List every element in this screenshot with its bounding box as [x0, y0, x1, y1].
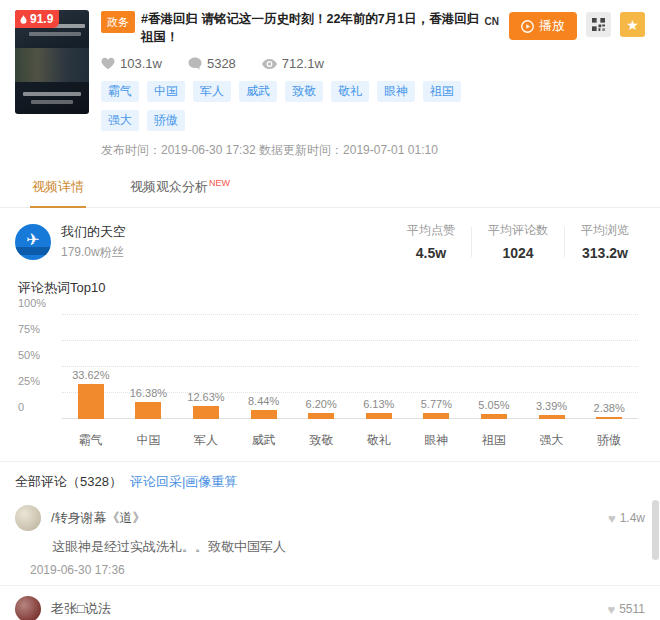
like-heart-icon: ♥	[607, 602, 615, 617]
video-analytics-page: 91.9 政务 #香港回归 请铭记这一历史时刻！22年前的7月1日，香港回归祖国…	[0, 0, 660, 620]
tab-label: 视频详情	[32, 179, 84, 194]
keyword-tag[interactable]: 强大	[101, 110, 139, 131]
thumbnail-caption-line	[23, 92, 81, 96]
comment-head: 老张□说法♥5511	[15, 596, 645, 620]
bar-group: 16.38%	[120, 387, 178, 419]
commenter-avatar[interactable]	[15, 505, 41, 531]
bar-group: 5.77%	[408, 398, 466, 419]
bar-value-label: 5.05%	[478, 399, 509, 411]
bar[interactable]	[193, 406, 219, 419]
x-axis-labels: 霸气中国军人威武致敬敬礼眼神祖国强大骄傲	[62, 432, 638, 449]
tab-video-detail[interactable]: 视频详情	[30, 169, 86, 208]
comments-section: 全部评论（5328） 评论回采|画像重算 /转身谢幕《道》♥1.4w这眼神是经过…	[0, 461, 660, 620]
keyword-tag[interactable]: 敬礼	[331, 81, 369, 102]
play-button[interactable]: 播放	[509, 12, 577, 40]
x-axis-label: 中国	[120, 432, 178, 449]
account-section: ✈ 我们的天空 179.0w粉丝 平均点赞4.5w平均评论数1024平均浏览31…	[0, 208, 660, 273]
thumbnail-image-band	[15, 48, 89, 82]
scrollbar-thumb[interactable]	[652, 500, 659, 560]
metric-label: 平均浏览	[581, 222, 629, 239]
x-axis-label: 致敬	[292, 432, 350, 449]
star-icon: ★	[626, 17, 639, 33]
bar[interactable]	[251, 410, 277, 419]
comment-head: /转身谢幕《道》♥1.4w	[15, 505, 645, 531]
favorite-button[interactable]: ★	[620, 12, 645, 37]
views-eye-icon	[262, 58, 277, 70]
bar-value-label: 8.44%	[248, 395, 279, 407]
bar-value-label: 2.38%	[594, 402, 625, 414]
comment-likes: ♥1.4w	[608, 511, 645, 526]
bar-group: 3.39%	[523, 400, 581, 419]
comment-likes: ♥5511	[607, 602, 645, 617]
metric-2: 平均浏览313.2w	[565, 222, 645, 261]
plane-icon: ✈	[26, 230, 39, 249]
comments-recollect-link[interactable]: 评论回采|画像重算	[130, 473, 237, 491]
publish-info: 发布时间：2019-06-30 17:32 数据更新时间：2019-07-01 …	[101, 142, 499, 159]
comment-list: /转身谢幕《道》♥1.4w这眼神是经过实战洗礼。。致敬中国军人2019-06-3…	[0, 495, 660, 620]
metric-label: 平均点赞	[407, 222, 455, 239]
x-axis-label: 威武	[235, 432, 293, 449]
like-heart-icon: ♥	[608, 511, 616, 526]
video-title-suffix: CN	[485, 13, 499, 31]
account-avatar[interactable]: ✈	[15, 224, 51, 260]
keyword-tag[interactable]: 中国	[147, 81, 185, 102]
hot-words-chart: 评论热词Top10 100%75%50%25%033.62%16.38%12.6…	[0, 273, 660, 449]
video-info: 政务 #香港回归 请铭记这一历史时刻！22年前的7月1日，香港回归祖国！ CN …	[89, 10, 499, 159]
commenter-avatar[interactable]	[15, 596, 41, 620]
bar[interactable]	[481, 414, 507, 419]
likes-stat: 103.1w	[101, 56, 162, 71]
bar-value-label: 33.62%	[72, 369, 109, 381]
comment-text: 这眼神是经过实战洗礼。。致敬中国军人	[52, 538, 645, 556]
metric-value: 1024	[488, 245, 548, 261]
bar[interactable]	[596, 417, 622, 419]
bar-group: 8.44%	[235, 395, 293, 419]
bar-group: 12.63%	[177, 391, 235, 419]
bar-value-label: 12.63%	[187, 391, 224, 403]
play-icon	[521, 20, 534, 33]
video-thumbnail[interactable]: 91.9	[15, 10, 89, 114]
keyword-tag[interactable]: 军人	[193, 81, 231, 102]
header-actions: 播放 ★	[499, 12, 645, 159]
commenter-name[interactable]: 老张□说法	[51, 600, 111, 618]
keyword-tag[interactable]: 威武	[239, 81, 277, 102]
keyword-tag[interactable]: 霸气	[101, 81, 139, 102]
account-metrics: 平均点赞4.5w平均评论数1024平均浏览313.2w	[391, 222, 645, 261]
bar[interactable]	[539, 415, 565, 419]
chart-title: 评论热词Top10	[18, 279, 642, 297]
comment-item: 老张□说法♥5511这话硬气，给力，香港永远属于中国。2019-06-30 17…	[0, 586, 660, 620]
x-axis-label: 霸气	[62, 432, 120, 449]
chart-bars: 33.62%16.38%12.63%8.44%6.20%6.13%5.77%5.…	[62, 315, 638, 419]
metric-0: 平均点赞4.5w	[391, 222, 471, 261]
comment-bubble-icon	[188, 57, 202, 70]
x-axis-label: 敬礼	[350, 432, 408, 449]
bar[interactable]	[308, 413, 334, 419]
bar[interactable]	[423, 413, 449, 419]
bar-value-label: 6.20%	[306, 398, 337, 410]
bar-value-label: 3.39%	[536, 400, 567, 412]
bar[interactable]	[135, 402, 161, 419]
video-stats: 103.1w 5328 712.1w	[101, 56, 499, 71]
x-axis-label: 强大	[523, 432, 581, 449]
bar-group: 6.20%	[292, 398, 350, 419]
comment-like-count: 1.4w	[620, 511, 645, 525]
bar[interactable]	[366, 413, 392, 419]
keyword-tag[interactable]: 致敬	[285, 81, 323, 102]
keyword-tag[interactable]: 祖国	[423, 81, 461, 102]
keyword-tag[interactable]: 骄傲	[147, 110, 185, 131]
comment-like-count: 5511	[619, 602, 645, 616]
commenter-name[interactable]: /转身谢幕《道》	[51, 509, 146, 527]
tab-audience-analysis[interactable]: 视频观众分析NEW	[128, 169, 232, 207]
y-axis-tick: 50%	[18, 349, 40, 361]
keyword-tag[interactable]: 眼神	[377, 81, 415, 102]
views-stat: 712.1w	[262, 56, 324, 71]
comments-count: 5328	[207, 56, 236, 71]
x-axis-label: 眼神	[408, 432, 466, 449]
metric-1: 平均评论数1024	[472, 222, 564, 261]
bar[interactable]	[78, 384, 104, 419]
x-axis-label: 军人	[177, 432, 235, 449]
qr-code-button[interactable]	[586, 12, 611, 37]
account-name[interactable]: 我们的天空	[61, 223, 126, 241]
bar-group: 5.05%	[465, 399, 523, 419]
bar-value-label: 16.38%	[130, 387, 167, 399]
comment-item: /转身谢幕《道》♥1.4w这眼神是经过实战洗礼。。致敬中国军人2019-06-3…	[0, 495, 660, 586]
